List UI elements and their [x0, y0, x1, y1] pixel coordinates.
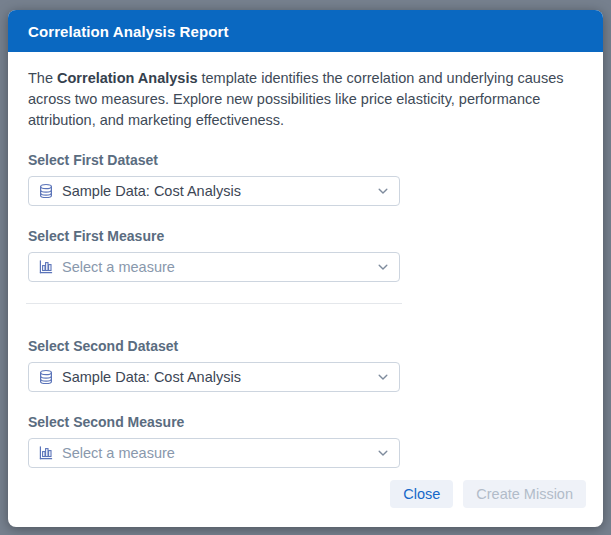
- modal-body: The Correlation Analysis template identi…: [8, 52, 603, 480]
- correlation-analysis-modal: Correlation Analysis Report The Correlat…: [8, 10, 603, 527]
- chevron-down-icon: [377, 261, 389, 273]
- description-bold: Correlation Analysis: [57, 70, 197, 86]
- first-measure-select[interactable]: Select a measure: [28, 252, 400, 282]
- first-dataset-select[interactable]: Sample Data: Cost Analysis: [28, 176, 400, 206]
- template-description: The Correlation Analysis template identi…: [28, 68, 583, 131]
- second-dataset-select[interactable]: Sample Data: Cost Analysis: [28, 362, 400, 392]
- second-dataset-label: Select Second Dataset: [28, 338, 583, 354]
- first-measure-value: Select a measure: [62, 259, 369, 275]
- modal-header: Correlation Analysis Report: [8, 10, 603, 52]
- database-icon: [38, 369, 54, 385]
- chevron-down-icon: [377, 185, 389, 197]
- description-prefix: The: [28, 70, 57, 86]
- bar-chart-icon: [38, 445, 54, 461]
- first-measure-label: Select First Measure: [28, 228, 583, 244]
- second-measure-value: Select a measure: [62, 445, 369, 461]
- first-dataset-value: Sample Data: Cost Analysis: [62, 183, 369, 199]
- first-dataset-label: Select First Dataset: [28, 152, 583, 168]
- chevron-down-icon: [377, 371, 389, 383]
- modal-footer: Close Create Mission: [8, 480, 603, 527]
- create-mission-button[interactable]: Create Mission: [463, 480, 586, 508]
- modal-title: Correlation Analysis Report: [28, 23, 229, 40]
- second-measure-select[interactable]: Select a measure: [28, 438, 400, 468]
- second-dataset-value: Sample Data: Cost Analysis: [62, 369, 369, 385]
- second-measure-label: Select Second Measure: [28, 414, 583, 430]
- database-icon: [38, 183, 54, 199]
- close-button[interactable]: Close: [390, 480, 453, 508]
- chevron-down-icon: [377, 447, 389, 459]
- section-divider: [26, 303, 402, 304]
- bar-chart-icon: [38, 259, 54, 275]
